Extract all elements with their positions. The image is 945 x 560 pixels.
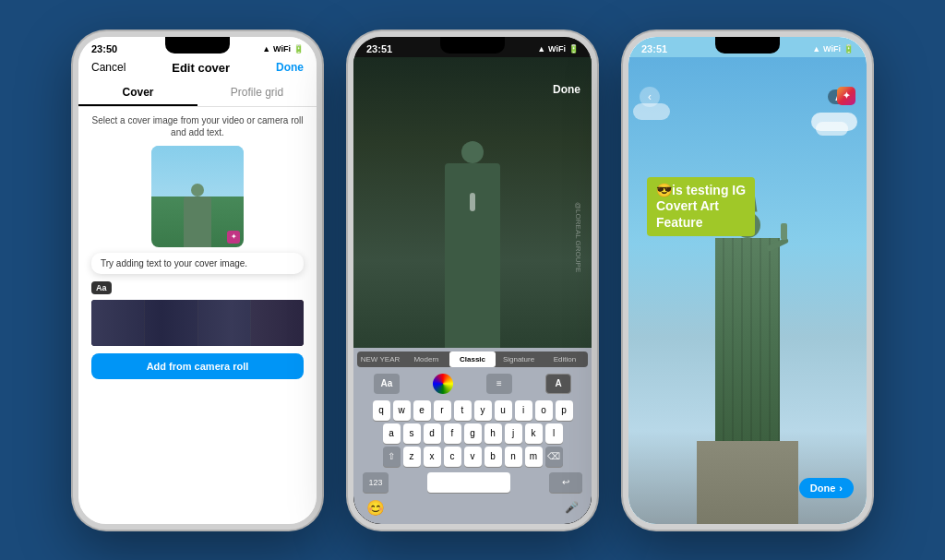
phones-container: 23:50 ▲ WiFi 🔋 Cancel Edit cover Done Co… (0, 0, 945, 560)
statue-body-sm (184, 197, 211, 247)
phone-1-topbar: Cancel Edit cover Done (78, 57, 317, 80)
camera-roll-strip (91, 300, 304, 346)
keyboard-tools: Aa ≡ A (357, 371, 588, 397)
font-modern[interactable]: Modern (403, 351, 449, 367)
key-d[interactable]: d (424, 423, 441, 444)
keys-row-3: ⇧ z x c v b n m ⌫ (357, 447, 588, 467)
keyboard-bottom-row: 123 ↩ (357, 470, 588, 495)
tooltip-bubble: Try adding text to your cover image. (91, 253, 304, 274)
tool-font[interactable]: Aa (374, 374, 400, 394)
description-text: Select a cover image from your video or … (91, 114, 304, 138)
tool-style[interactable]: A (545, 374, 571, 394)
key-w[interactable]: w (393, 400, 411, 421)
cover-image: ✦ (151, 146, 244, 247)
key-x[interactable]: x (424, 447, 441, 467)
statue-main (445, 163, 500, 348)
font-classic[interactable]: Classic (449, 351, 496, 367)
key-i[interactable]: i (515, 400, 532, 421)
overlay-line2: Covert Art (656, 198, 719, 213)
key-c[interactable]: c (444, 447, 461, 467)
phone-1-body: Select a cover image from your video or … (78, 107, 317, 524)
key-z[interactable]: z (403, 447, 421, 467)
mic-button[interactable]: 🎤 (565, 501, 579, 514)
keys-row-1: q w e r t y u i o p (357, 400, 588, 421)
cloud-2 (816, 122, 848, 136)
key-j[interactable]: j (505, 423, 522, 444)
phone-2: 23:51 ▲ WiFi 🔋 Done (348, 31, 597, 530)
key-delete[interactable]: ⌫ (545, 447, 563, 467)
phone-2-done[interactable]: Done (553, 83, 580, 96)
cancel-button[interactable]: Cancel (91, 61, 126, 74)
keys-row-2: a s d f g h j k l (357, 423, 588, 444)
phone-1-time: 23:50 (91, 43, 117, 54)
key-y[interactable]: y (474, 400, 492, 421)
key-space[interactable] (427, 472, 510, 493)
phone-3-time: 23:51 (641, 43, 667, 54)
ig-badge: ✦ (227, 231, 240, 244)
tool-color[interactable] (433, 374, 453, 394)
done-button[interactable]: Done (276, 61, 304, 74)
phone-3-notch (715, 37, 780, 54)
ig-icon: ✦ (837, 87, 855, 105)
phone-3-status-icons: ▲ WiFi 🔋 (812, 44, 854, 54)
statue-folds (715, 238, 780, 441)
key-a[interactable]: a (383, 423, 401, 444)
emoji-button[interactable]: 😊 (366, 499, 385, 517)
text-overlay[interactable]: 😎is testing IG Covert Art Feature (647, 177, 755, 237)
key-l[interactable]: l (545, 423, 563, 444)
phone-1-status-icons: ▲ WiFi 🔋 (262, 44, 304, 54)
phone-2-image-area: Done @LOREAL GROUPE (353, 57, 592, 348)
statue-head-2 (461, 141, 484, 163)
emoji-mic-row: 😊 🎤 (357, 495, 588, 520)
font-signature[interactable]: Signature (496, 351, 542, 367)
tool-align[interactable]: ≡ (486, 374, 512, 394)
phone-3-image-area: ‹ Aa ✦ 😎is testing IG Covert Art Feature (628, 57, 867, 524)
overlay-emoji: 😎 (656, 183, 672, 197)
drag-handle[interactable] (470, 193, 475, 211)
phone-1-inner: 23:50 ▲ WiFi 🔋 Cancel Edit cover Done Co… (78, 37, 317, 524)
key-f[interactable]: f (444, 423, 461, 444)
font-edition[interactable]: Edition (542, 351, 588, 367)
font-selector: NEW YEAR Modern Classic Signature Editio (357, 351, 588, 367)
phone-2-username-watermark: @LOREAL GROUPE (574, 202, 582, 272)
key-q[interactable]: q (373, 400, 390, 421)
pedestal (697, 441, 798, 524)
phone-2-time: 23:51 (366, 43, 392, 54)
phone-2-content: Done @LOREAL GROUPE (353, 57, 592, 524)
phone-1-tabs: Cover Profile grid (78, 80, 317, 107)
phone-3: 23:51 ▲ WiFi 🔋 (623, 31, 872, 530)
key-numbers[interactable]: 123 (363, 472, 389, 493)
font-new-year[interactable]: NEW YEAR (357, 351, 403, 367)
key-m[interactable]: m (525, 447, 543, 467)
key-s[interactable]: s (403, 423, 421, 444)
phone-3-done-button[interactable]: Done › (799, 478, 854, 498)
key-k[interactable]: k (525, 423, 543, 444)
statue-head-sm (191, 184, 204, 197)
overlay-line3: Feature (656, 215, 703, 230)
key-u[interactable]: u (495, 400, 512, 421)
aa-badge[interactable]: Aa (91, 281, 112, 294)
phone-3-content: ‹ Aa ✦ 😎is testing IG Covert Art Feature (628, 57, 867, 524)
phone-1: 23:50 ▲ WiFi 🔋 Cancel Edit cover Done Co… (73, 31, 322, 530)
key-t[interactable]: t (454, 400, 472, 421)
statue-torch-3 (781, 223, 787, 240)
tab-profile-grid[interactable]: Profile grid (197, 80, 317, 106)
key-shift[interactable]: ⇧ (383, 447, 401, 467)
phone-1-notch (165, 37, 230, 54)
key-b[interactable]: b (484, 447, 502, 467)
key-n[interactable]: n (505, 447, 522, 467)
key-r[interactable]: r (434, 400, 451, 421)
cover-preview: ✦ (151, 146, 244, 247)
add-from-camera-roll-button[interactable]: Add from camera roll (91, 353, 304, 379)
key-v[interactable]: v (464, 447, 482, 467)
key-g[interactable]: g (464, 423, 482, 444)
key-p[interactable]: p (556, 400, 573, 421)
key-e[interactable]: e (413, 400, 431, 421)
key-o[interactable]: o (535, 400, 553, 421)
key-return[interactable]: ↩ (549, 472, 582, 493)
key-h[interactable]: h (484, 423, 502, 444)
back-button[interactable]: ‹ (640, 87, 660, 107)
phone-3-topbar: ‹ Aa (628, 83, 867, 111)
tab-cover[interactable]: Cover (78, 80, 197, 106)
overlay-line1: is testing IG (672, 183, 746, 197)
